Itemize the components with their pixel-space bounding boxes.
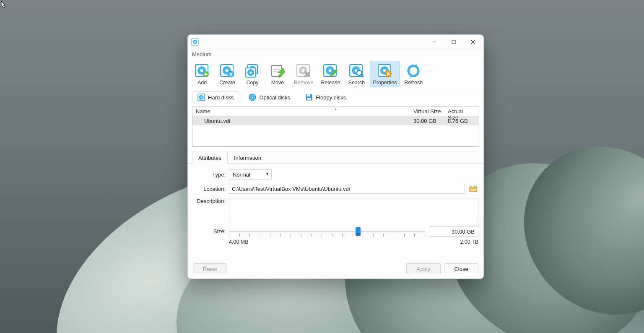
column-header-name[interactable]: Name [192,107,410,116]
column-header-virtual-size[interactable]: Virtual Size [410,107,444,116]
svg-rect-3 [452,40,455,44]
disk-remove-icon [295,63,312,79]
reset-button: Reset [193,263,227,274]
close-dialog-button[interactable]: Close [444,263,478,274]
disk-add-icon [194,63,210,79]
folder-open-icon [469,185,478,193]
floppy-disk-icon [305,94,313,101]
list-row[interactable]: Ubuntu.vdi 30.00 GB 8.76 GB [192,116,479,125]
sort-caret-up-icon: ▴ [335,107,337,111]
slider-ticks [229,234,425,238]
svg-point-39 [252,96,253,98]
tab-attributes[interactable]: Attributes [192,152,228,164]
media-list: ▴ Name Virtual Size Actual Size Ubuntu.v… [192,107,479,147]
disk-move-icon [269,63,286,79]
toolbar-label: Add [197,80,207,86]
svg-point-12 [230,73,232,75]
toolbar-label: Create [219,80,235,86]
description-label: Description: [193,198,226,204]
disk-create-icon [219,63,236,79]
browse-location-button[interactable] [468,184,478,194]
type-select-value: Normal [233,172,250,178]
hard-disk-icon [197,94,205,101]
tab-hard-disks[interactable]: Hard disks [192,91,239,103]
virtual-media-manager-window: Medium Add Create Copy Move [187,34,484,279]
location-input[interactable]: C:\Users\Test\VirtualBox VMs\Ubuntu\Ubun… [229,184,465,194]
minimize-button[interactable] [425,35,444,49]
add-button[interactable]: Add [190,61,214,87]
properties-button[interactable]: Properties [370,61,400,87]
tab-optical-disks[interactable]: Optical disks [243,91,296,103]
close-button[interactable] [463,35,483,49]
toolbar-label: Refresh [404,80,423,86]
list-header: ▴ Name Virtual Size Actual Size [192,107,479,116]
media-type-tabs: Hard disks Optical disks Floppy disks [188,90,483,107]
svg-point-25 [329,69,332,72]
refresh-icon [405,63,422,79]
svg-point-18 [249,71,252,73]
svg-point-34 [387,73,390,75]
create-button[interactable]: Create [216,61,239,87]
remove-button: Remove [291,61,317,87]
refresh-button[interactable]: Refresh [401,61,426,87]
toolbar-label: Search [348,80,365,86]
menu-medium[interactable]: Medium [192,51,211,57]
disk-search-icon [348,63,365,79]
disk-copy-icon [244,63,261,79]
dialog-footer: Reset Apply Close [188,259,483,278]
toolbar-label: Remove [294,80,314,86]
size-min-label: 4.00 MB [229,239,249,245]
toolbar-label: Move [271,80,284,86]
type-select[interactable]: Normal [229,169,272,180]
location-label: Location: [193,186,226,192]
svg-point-2 [194,41,196,43]
copy-button[interactable]: Copy [241,61,264,87]
slider-track [229,231,425,232]
size-max-label: 2.00 TB [460,239,478,245]
location-value: C:\Users\Test\VirtualBox VMs\Ubuntu\Ubun… [232,186,350,192]
svg-rect-41 [307,94,310,96]
cell-virtual-size: 30.00 GB [410,118,444,124]
disk-release-icon [322,63,339,79]
toolbar-label: Release [321,80,340,86]
toolbar-label: Copy [246,80,258,86]
slider-thumb[interactable] [356,227,361,236]
tab-label: Hard disks [208,94,234,101]
release-button[interactable]: Release [318,61,343,87]
properties-panel: Attributes Information Type: Normal Loca… [188,151,483,278]
svg-point-37 [200,96,202,98]
description-input[interactable] [229,198,478,222]
svg-point-6 [200,69,203,72]
tab-information[interactable]: Information [228,152,267,164]
size-value-input[interactable]: 30.00 GB [429,226,478,237]
tab-label: Floppy disks [316,94,346,101]
move-button[interactable]: Move [266,61,289,87]
maximize-button[interactable] [444,35,463,49]
apply-button: Apply [406,263,441,274]
svg-point-22 [302,69,305,72]
optical-disk-icon [249,94,256,101]
type-label: Type: [193,172,226,178]
tab-label: Optical disks [259,94,290,101]
titlebar [188,35,483,49]
toolbar: Add Create Copy Move Remove [188,59,483,90]
size-slider[interactable] [229,228,425,235]
app-icon [191,38,199,46]
size-value: 30.00 GB [452,229,475,235]
cell-name: Ubuntu.vdi [192,118,410,124]
menubar: Medium [188,49,483,59]
search-button[interactable]: Search [345,61,368,87]
disk-properties-icon [377,63,393,79]
column-header-actual-size[interactable]: Actual Size [444,107,479,116]
toolbar-label: Properties [373,80,397,86]
tab-floppy-disks[interactable]: Floppy disks [300,91,351,103]
size-label: Size: [193,228,226,234]
svg-point-10 [226,69,229,72]
svg-rect-42 [307,98,311,100]
